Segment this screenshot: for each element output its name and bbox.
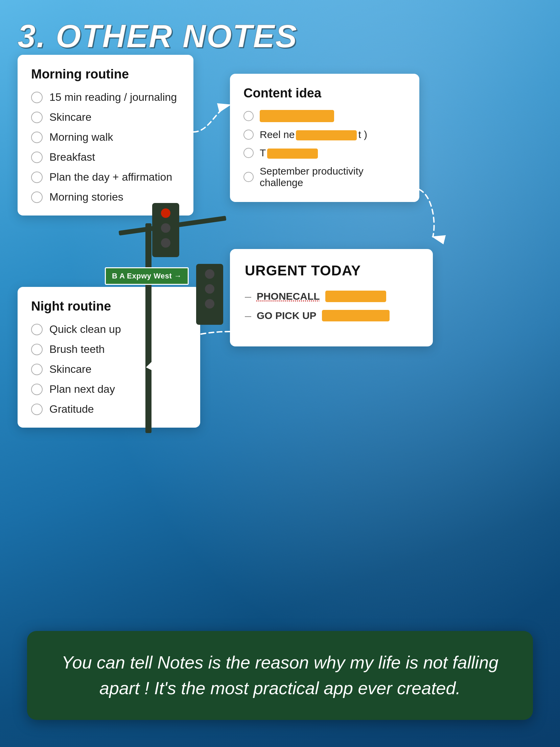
item-label: Gratitude: [49, 403, 94, 415]
list-item: Skincare: [31, 363, 187, 376]
checkbox-content-4[interactable]: [243, 172, 254, 182]
item-label: September productivity challenge: [260, 165, 406, 188]
list-item: Reel net ): [243, 129, 406, 140]
checkbox-gratitude[interactable]: [31, 404, 43, 415]
redacted-text-gopickup: [322, 310, 390, 321]
list-item: Breakfast: [31, 151, 180, 163]
redacted-text-3: [267, 149, 318, 159]
content-idea-title: Content idea: [243, 86, 406, 100]
page-title: 3. OTHER NOTES: [18, 18, 298, 55]
checkbox-content-2[interactable]: [243, 130, 254, 140]
morning-routine-title: Morning routine: [31, 67, 180, 82]
checkbox-breakfast[interactable]: [31, 152, 43, 163]
item-label: Quick clean up: [49, 323, 121, 336]
gopickup-label: GO PICK UP: [257, 310, 317, 321]
list-item: – PHONECALL – GO PICK UP: [245, 290, 418, 322]
urgent-item-gopickup: – GO PICK UP: [245, 309, 418, 322]
item-label: Reel net ): [260, 129, 367, 140]
list-item: Gratitude: [31, 403, 187, 415]
list-item: 15 min reading / journaling: [31, 91, 180, 104]
checkbox-plan-day[interactable]: [31, 172, 43, 183]
road-sign: B A Expwy West →: [105, 267, 189, 285]
redacted-text-2: [296, 130, 357, 140]
content-idea-card: Content idea Reel net ) T September prod…: [230, 74, 419, 202]
list-item: Brush teeth: [31, 343, 187, 356]
list-item: Morning walk: [31, 131, 180, 143]
list-item: T: [243, 147, 406, 159]
redacted-text-phonecall: [325, 291, 386, 302]
checkbox-morning-walk[interactable]: [31, 132, 43, 143]
urgent-today-card: URGENT TODAY – PHONECALL – GO PICK UP: [230, 249, 433, 346]
quote-text: You can tell Notes is the reason why my …: [51, 650, 509, 701]
checkbox-skincare[interactable]: [31, 112, 43, 123]
traffic-light-2-y: [205, 284, 214, 294]
traffic-light-2-r: [205, 269, 214, 279]
horizontal-pole: [119, 216, 227, 235]
list-item: Morning stories: [31, 191, 180, 203]
item-label: T: [260, 147, 319, 159]
morning-routine-card: Morning routine 15 min reading / journal…: [18, 55, 193, 216]
traffic-light-yellow: [161, 223, 170, 233]
traffic-light-box-2: [196, 264, 223, 325]
checkbox-reading[interactable]: [31, 92, 43, 103]
item-label: Morning stories: [49, 191, 123, 203]
list-item: Plan the day + affirmation: [31, 171, 180, 183]
list-item: Skincare: [31, 111, 180, 123]
urgent-item-phonecall: – PHONECALL: [245, 290, 418, 303]
checkbox-night-skincare[interactable]: [31, 364, 43, 375]
dash-icon: –: [245, 309, 251, 322]
item-label: Breakfast: [49, 151, 95, 163]
night-routine-card: Night routine Quick clean up Brush teeth…: [18, 287, 200, 428]
checkbox-content-3[interactable]: [243, 148, 254, 158]
quote-box: You can tell Notes is the reason why my …: [27, 631, 533, 720]
list-item: Plan next day: [31, 383, 187, 395]
traffic-light-2-g: [205, 299, 214, 309]
item-label: Skincare: [49, 363, 92, 376]
item-label: Brush teeth: [49, 343, 105, 356]
dash-icon: –: [245, 290, 251, 303]
checkbox-morning-stories[interactable]: [31, 191, 43, 203]
checkbox-quick-cleanup[interactable]: [31, 324, 43, 335]
phonecall-label: PHONECALL: [257, 291, 320, 302]
item-label: Plan next day: [49, 383, 115, 395]
urgent-today-title: URGENT TODAY: [245, 263, 418, 279]
checkbox-plan-next-day[interactable]: [31, 384, 43, 395]
item-label: Morning walk: [49, 131, 113, 143]
item-label: Plan the day + affirmation: [49, 171, 172, 183]
traffic-light-green: [161, 238, 170, 248]
item-label: Skincare: [49, 111, 92, 123]
list-item: September productivity challenge: [243, 165, 406, 188]
checkbox-brush-teeth[interactable]: [31, 344, 43, 355]
checkbox-content-1[interactable]: [243, 111, 254, 121]
list-item: Quick clean up: [31, 323, 187, 336]
night-routine-title: Night routine: [31, 299, 187, 314]
list-item: [243, 110, 406, 122]
redacted-text-1: [260, 110, 334, 122]
item-label: 15 min reading / journaling: [49, 91, 177, 104]
